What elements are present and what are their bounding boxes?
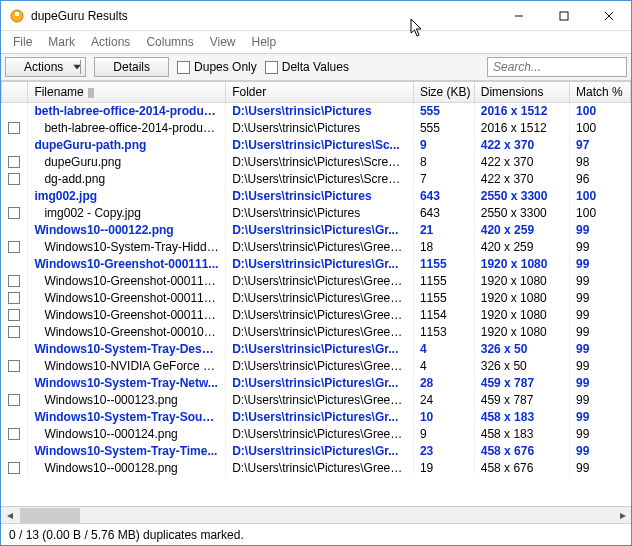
checkbox-icon[interactable] (8, 275, 20, 287)
cell-size: 1155 (413, 273, 474, 290)
actions-dropdown[interactable]: Actions (5, 57, 86, 77)
cell-size: 19 (413, 460, 474, 477)
row-checkbox-cell[interactable] (2, 426, 28, 443)
cell-folder: D:\Users\trinsic\Pictures (226, 103, 414, 120)
row-checkbox-cell[interactable] (2, 137, 28, 154)
checkbox-icon[interactable] (8, 156, 20, 168)
row-checkbox-cell[interactable] (2, 443, 28, 460)
row-checkbox-cell[interactable] (2, 154, 28, 171)
cell-filename: Windows10-System-Tray-Netw... (28, 375, 226, 392)
menu-file[interactable]: File (5, 33, 40, 51)
cell-folder: D:\Users\trinsic\Pictures\Gr... (226, 222, 414, 239)
header-folder[interactable]: Folder (226, 82, 414, 103)
cell-dimensions: 326 x 50 (474, 341, 569, 358)
details-button[interactable]: Details (94, 57, 169, 77)
header-checkbox[interactable] (2, 82, 28, 103)
row-checkbox-cell[interactable] (2, 103, 28, 120)
menu-mark[interactable]: Mark (40, 33, 83, 51)
table-row[interactable]: beth-labree-office-2014-product-key ...D… (2, 120, 631, 137)
table-row[interactable]: Windows10-Greenshot-000111...D:\Users\tr… (2, 256, 631, 273)
checkbox-icon[interactable] (8, 207, 20, 219)
header-match[interactable]: Match % (570, 82, 631, 103)
table-row[interactable]: Windows10-System-Tray-Soun...D:\Users\tr… (2, 409, 631, 426)
cell-size: 7 (413, 171, 474, 188)
scroll-thumb[interactable] (20, 508, 80, 523)
checkbox-icon[interactable] (8, 241, 20, 253)
row-checkbox-cell[interactable] (2, 222, 28, 239)
cell-match: 99 (570, 409, 631, 426)
table-row[interactable]: dupeGuru.pngD:\Users\trinsic\Pictures\Sc… (2, 154, 631, 171)
horizontal-scrollbar[interactable]: ◂ ▸ (1, 506, 631, 523)
table-row[interactable]: Windows10--000123.pngD:\Users\trinsic\Pi… (2, 392, 631, 409)
checkbox-icon[interactable] (8, 122, 20, 134)
checkbox-icon[interactable] (8, 360, 20, 372)
table-row[interactable]: Windows10--000124.pngD:\Users\trinsic\Pi… (2, 426, 631, 443)
scroll-right-icon[interactable]: ▸ (614, 507, 631, 524)
checkbox-icon[interactable] (8, 173, 20, 185)
table-row[interactable]: dg-add.pngD:\Users\trinsic\Pictures\Scre… (2, 171, 631, 188)
row-checkbox-cell[interactable] (2, 290, 28, 307)
checkbox-icon[interactable] (8, 462, 20, 474)
checkbox-icon[interactable] (8, 309, 20, 321)
row-checkbox-cell[interactable] (2, 358, 28, 375)
row-checkbox-cell[interactable] (2, 273, 28, 290)
table-row[interactable]: Windows10-Greenshot-000110.pngD:\Users\t… (2, 273, 631, 290)
row-checkbox-cell[interactable] (2, 120, 28, 137)
row-checkbox-cell[interactable] (2, 460, 28, 477)
table-row[interactable]: Windows10--000128.pngD:\Users\trinsic\Pi… (2, 460, 631, 477)
results-panel: Filename Folder Size (KB) Dimensions Mat… (1, 81, 631, 523)
results-grid[interactable]: Filename Folder Size (KB) Dimensions Mat… (1, 82, 631, 506)
table-row[interactable]: Windows10-Greenshot-000109.pngD:\Users\t… (2, 324, 631, 341)
table-row[interactable]: dupeGuru-path.pngD:\Users\trinsic\Pictur… (2, 137, 631, 154)
menu-actions[interactable]: Actions (83, 33, 138, 51)
scroll-left-icon[interactable]: ◂ (1, 507, 18, 524)
cell-folder: D:\Users\trinsic\Pictures\Greenshot (226, 324, 414, 341)
table-row[interactable]: Windows10-Greenshot-000113.pngD:\Users\t… (2, 307, 631, 324)
cell-match: 100 (570, 188, 631, 205)
header-filename[interactable]: Filename (28, 82, 226, 103)
minimize-button[interactable] (496, 1, 541, 30)
cell-size: 1155 (413, 290, 474, 307)
cell-folder: D:\Users\trinsic\Pictures (226, 188, 414, 205)
menu-columns[interactable]: Columns (138, 33, 201, 51)
row-checkbox-cell[interactable] (2, 205, 28, 222)
header-dimensions[interactable]: Dimensions (474, 82, 569, 103)
checkbox-icon[interactable] (8, 394, 20, 406)
menu-help[interactable]: Help (244, 33, 285, 51)
cell-filename: beth-labree-office-2014-produc... (28, 103, 226, 120)
table-row[interactable]: beth-labree-office-2014-produc...D:\User… (2, 103, 631, 120)
row-checkbox-cell[interactable] (2, 307, 28, 324)
row-checkbox-cell[interactable] (2, 409, 28, 426)
search-input[interactable] (487, 57, 627, 77)
row-checkbox-cell[interactable] (2, 171, 28, 188)
table-row[interactable]: Windows10-System-Tray-Time...D:\Users\tr… (2, 443, 631, 460)
checkbox-icon[interactable] (8, 428, 20, 440)
maximize-button[interactable] (541, 1, 586, 30)
table-row[interactable]: Windows10-Greenshot-000112.pngD:\Users\t… (2, 290, 631, 307)
menu-view[interactable]: View (202, 33, 244, 51)
row-checkbox-cell[interactable] (2, 256, 28, 273)
row-checkbox-cell[interactable] (2, 239, 28, 256)
checkbox-icon[interactable] (8, 292, 20, 304)
header-size[interactable]: Size (KB) (413, 82, 474, 103)
row-checkbox-cell[interactable] (2, 324, 28, 341)
table-row[interactable]: Windows10--000122.pngD:\Users\trinsic\Pi… (2, 222, 631, 239)
dupes-only-checkbox[interactable]: Dupes Only (177, 60, 257, 74)
table-row[interactable]: img002.jpgD:\Users\trinsic\Pictures64325… (2, 188, 631, 205)
cell-folder: D:\Users\trinsic\Pictures\Gr... (226, 341, 414, 358)
cell-folder: D:\Users\trinsic\Pictures (226, 205, 414, 222)
table-row[interactable]: Windows10-System-Tray-Deskt...D:\Users\t… (2, 341, 631, 358)
close-button[interactable] (586, 1, 631, 30)
table-row[interactable]: img002 - Copy.jpgD:\Users\trinsic\Pictur… (2, 205, 631, 222)
checkbox-icon[interactable] (8, 326, 20, 338)
row-checkbox-cell[interactable] (2, 392, 28, 409)
row-checkbox-cell[interactable] (2, 188, 28, 205)
delta-values-checkbox[interactable]: Delta Values (265, 60, 349, 74)
row-checkbox-cell[interactable] (2, 375, 28, 392)
cell-folder: D:\Users\trinsic\Pictures\Screens... (226, 154, 414, 171)
table-row[interactable]: Windows10-NVIDIA GeForce Overlay-...D:\U… (2, 358, 631, 375)
cell-filename: Windows10-System-Tray-Soun... (28, 409, 226, 426)
table-row[interactable]: Windows10-System-Tray-HiddenCont...D:\Us… (2, 239, 631, 256)
table-row[interactable]: Windows10-System-Tray-Netw...D:\Users\tr… (2, 375, 631, 392)
row-checkbox-cell[interactable] (2, 341, 28, 358)
